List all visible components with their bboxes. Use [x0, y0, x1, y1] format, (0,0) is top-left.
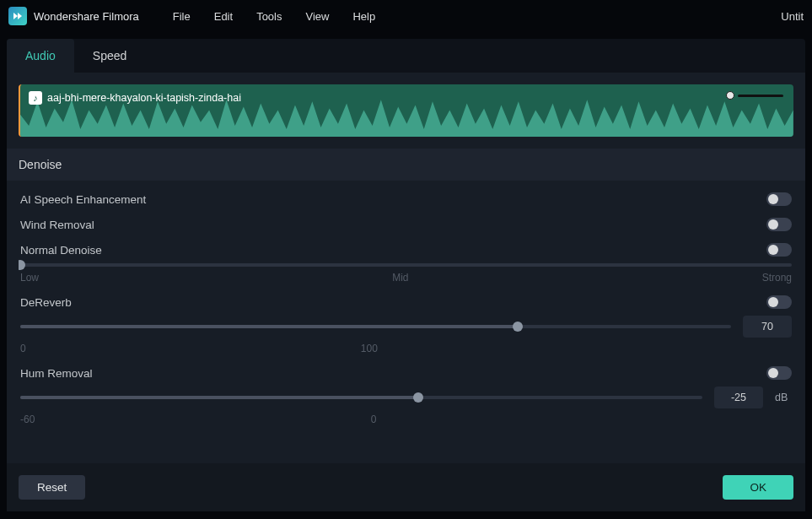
- menu-view[interactable]: View: [305, 10, 329, 23]
- slider-thumb-hum-removal[interactable]: [413, 392, 423, 403]
- tab-bar: Audio Speed: [7, 39, 805, 73]
- section-header-denoise: Denoise: [7, 149, 805, 181]
- menu-tools[interactable]: Tools: [256, 10, 282, 23]
- unit-hum-removal: dB: [775, 392, 792, 403]
- slider-label-dereverb-max: 100: [361, 343, 378, 354]
- tab-speed[interactable]: Speed: [74, 39, 145, 73]
- slider-normal-denoise: Low Mid Strong: [19, 257, 793, 284]
- slider-label-hum-min: -60: [20, 414, 35, 425]
- slider-track-hum-removal[interactable]: [20, 396, 702, 399]
- clip-volume-thumb[interactable]: [726, 91, 734, 100]
- toggle-hum-removal[interactable]: [766, 366, 792, 380]
- app-logo: [8, 7, 27, 25]
- slider-hum-removal: -25 dB -60 0: [19, 380, 793, 425]
- value-dereverb[interactable]: 70: [743, 316, 792, 338]
- clip-volume-track[interactable]: [738, 95, 783, 97]
- clip-name: aaj-bhi-mere-khayalon-ki-tapish-zinda-ha…: [47, 92, 241, 104]
- label-ai-speech: AI Speech Enhancement: [20, 193, 146, 206]
- slider-labels-normal-denoise: Low Mid Strong: [20, 272, 792, 284]
- toggle-wind-removal[interactable]: [766, 218, 792, 231]
- audio-panel: Audio Speed ♪ aaj-bhi-mere-khayalon-ki-t…: [7, 39, 805, 511]
- audio-waveform[interactable]: ♪ aaj-bhi-mere-khayalon-ki-tapish-zinda-…: [19, 84, 793, 137]
- row-wind-removal: Wind Removal: [19, 206, 793, 231]
- panel-footer: Reset OK: [7, 463, 805, 511]
- toggle-normal-denoise[interactable]: [766, 243, 792, 257]
- slider-fill-hum-removal: [20, 396, 418, 399]
- slider-label-low: Low: [20, 272, 39, 284]
- toggle-ai-speech[interactable]: [766, 192, 792, 206]
- slider-label-dereverb-min: 0: [20, 343, 26, 354]
- menu-bar: Wondershare Filmora File Edit Tools View…: [0, 0, 812, 32]
- menu-help[interactable]: Help: [352, 10, 375, 23]
- clip-volume-slider[interactable]: [726, 91, 783, 100]
- slider-track-normal-denoise[interactable]: [20, 263, 792, 267]
- slider-thumb-normal-denoise[interactable]: [19, 260, 25, 270]
- music-icon: ♪: [29, 91, 42, 105]
- value-hum-removal[interactable]: -25: [714, 387, 763, 408]
- toggle-dereverb[interactable]: [766, 295, 792, 309]
- slider-labels-hum-removal: -60 0: [20, 414, 792, 425]
- clip-label: ♪ aaj-bhi-mere-khayalon-ki-tapish-zinda-…: [29, 91, 241, 105]
- slider-thumb-dereverb[interactable]: [513, 322, 523, 332]
- row-hum-removal: Hum Removal: [19, 354, 793, 380]
- slider-fill-dereverb: [20, 325, 518, 328]
- tab-audio[interactable]: Audio: [7, 39, 74, 73]
- app-name: Wondershare Filmora: [34, 10, 139, 23]
- label-hum-removal: Hum Removal: [20, 367, 93, 380]
- slider-track-dereverb[interactable]: [20, 325, 731, 328]
- slider-label-mid: Mid: [392, 272, 408, 284]
- ok-button[interactable]: OK: [723, 475, 793, 500]
- panel-content: ♪ aaj-bhi-mere-khayalon-ki-tapish-zinda-…: [7, 73, 805, 511]
- slider-label-hum-max: 0: [371, 414, 377, 425]
- row-normal-denoise: Normal Denoise: [19, 231, 793, 257]
- slider-dereverb: 70 0 100: [19, 309, 793, 354]
- slider-label-strong: Strong: [762, 272, 792, 284]
- menu-edit[interactable]: Edit: [214, 10, 233, 23]
- label-normal-denoise: Normal Denoise: [20, 244, 102, 257]
- label-wind-removal: Wind Removal: [20, 219, 94, 231]
- row-ai-speech: AI Speech Enhancement: [19, 181, 793, 206]
- menu-file[interactable]: File: [173, 10, 191, 23]
- denoise-settings: AI Speech Enhancement Wind Removal Norma…: [19, 181, 793, 455]
- reset-button[interactable]: Reset: [19, 475, 85, 500]
- slider-labels-dereverb: 0 100: [20, 343, 792, 354]
- label-dereverb: DeReverb: [20, 296, 72, 309]
- document-name: Untit: [781, 10, 804, 23]
- row-dereverb: DeReverb: [19, 284, 793, 309]
